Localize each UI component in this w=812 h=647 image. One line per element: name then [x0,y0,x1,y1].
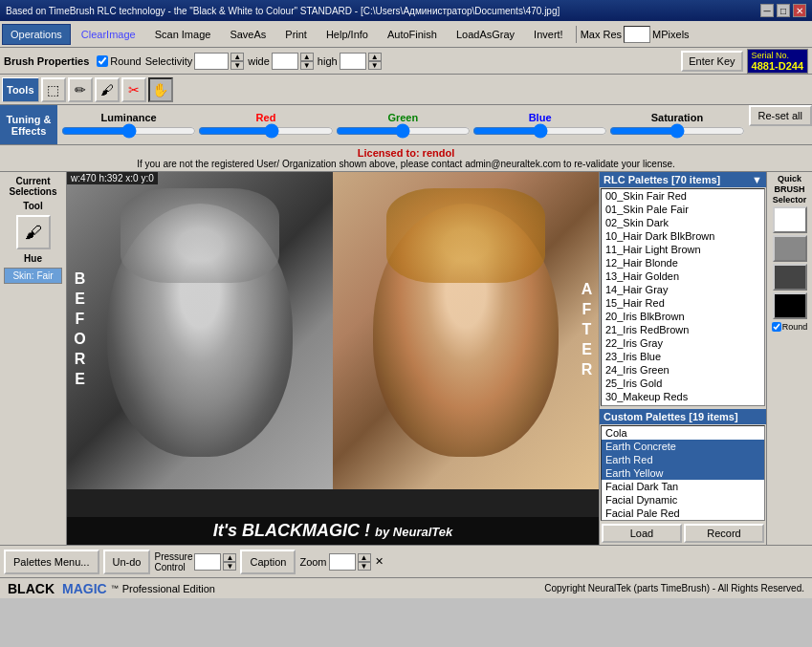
print-button[interactable]: Print [276,24,316,45]
enter-key-button[interactable]: Enter Key [681,51,742,72]
palettes-menu-button[interactable]: Palettes Menu... [4,550,99,574]
rlc-palette-item[interactable]: 24_Iris Green [602,363,764,377]
saturation-label: Saturation [651,112,703,123]
scan-image-button[interactable]: Scan Image [146,24,220,45]
watermark: It's BLACKMAGIC ! by NeuralTek [67,517,599,545]
help-button[interactable]: Help/Info [318,24,377,45]
after-section: AFTER [333,172,599,489]
custom-palette-item[interactable]: Facial Pale Red [602,507,764,520]
brush-swatch-darkgray[interactable] [773,264,807,291]
zoom-close[interactable]: ✕ [375,555,384,568]
tool-select[interactable]: ⬚ [41,77,66,102]
blue-slider[interactable] [472,123,607,139]
titlebar: Based on TimeBrush RLC technology - the … [0,0,812,21]
tool-pencil[interactable]: ✏ [68,77,93,102]
tool-hand[interactable]: ✋ [148,77,173,102]
custom-palette-item[interactable]: Earth Yellow [602,466,764,480]
pressure-spinner: ▲ ▼ [223,553,236,571]
pressure-input[interactable]: 0 [194,553,221,571]
tool-eraser[interactable]: ✂ [121,77,146,102]
custom-palette-item[interactable]: MultiClr Weave1 [602,520,764,521]
wide-up[interactable]: ▲ [300,53,314,61]
brush-swatch-white[interactable] [773,206,807,233]
rlc-palette-item[interactable]: 25_Iris Gold [602,377,764,390]
custom-palette-item[interactable]: Facial Dark Tan [602,480,764,493]
rlc-palette-item[interactable]: 22_Iris Gray [602,336,764,350]
wide-input[interactable]: 20 [272,53,298,70]
green-slider[interactable] [336,123,471,139]
brush-swatch-black[interactable] [773,292,807,319]
rlc-palette-item[interactable]: 10_Hair Dark BlkBrown [602,229,764,243]
selectivity-input[interactable]: 255 [194,53,229,70]
rlc-palette-item[interactable]: 11_Hair Light Brown [602,243,764,256]
canvas-area[interactable]: w:470 h:392 x:0 y:0 BEFORE AFTER It's BL… [67,172,599,545]
saturation-slider-group: Saturation [609,112,744,139]
rlc-palette-item[interactable]: 23_Iris Blue [602,350,764,363]
wide-down[interactable]: ▼ [300,61,314,70]
titlebar-controls: ─ □ ✕ [760,4,806,17]
quick-brush-round-checkbox[interactable] [772,322,781,332]
canvas-main: BEFORE AFTER [67,172,599,489]
wide-spinner: ▲ ▼ [300,53,314,70]
luminance-label: Luminance [101,112,157,123]
round-checkbox[interactable] [97,55,108,67]
invert-button[interactable]: Invert! [525,24,572,45]
custom-palette-item[interactable]: Facial Dynamic [602,493,764,507]
zoom-down[interactable]: ▼ [358,562,371,571]
rlc-palette-item[interactable]: 13_Hair Golden [602,270,764,283]
close-button[interactable]: ✕ [793,4,806,17]
rlc-palette-item[interactable]: 15_Hair Red [602,296,764,310]
round-checkbox-group: Round [97,55,141,67]
custom-palette-item[interactable]: Earth Red [602,453,764,466]
rlc-palette-item[interactable]: 21_Iris RedBrown [602,323,764,336]
rlc-palette-item[interactable]: 02_Skin Dark [602,216,764,229]
pressure-up[interactable]: ▲ [223,553,236,562]
operations-menu[interactable]: Operations [2,24,71,45]
tool-brush[interactable]: 🖌 [95,77,120,102]
clear-image-button[interactable]: ClearImage [73,24,144,45]
saturation-slider[interactable] [609,123,744,139]
high-down[interactable]: ▼ [368,61,382,70]
rlc-palette-item[interactable]: 20_Iris BlkBrown [602,310,764,323]
serial-value: 4881-D244 [752,60,803,72]
after-label: AFTER [578,280,595,380]
load-palette-button[interactable]: Load [602,524,682,543]
high-up[interactable]: ▲ [368,53,382,61]
luminance-slider[interactable] [61,123,196,139]
pressure-down[interactable]: ▼ [223,562,236,571]
license-warning: If you are not the registered User/ Orga… [2,159,810,169]
zoom-up[interactable]: ▲ [358,553,371,562]
current-tool-icon[interactable]: 🖌 [16,215,51,249]
red-label: Red [256,112,276,123]
selectivity-spinner: ▲ ▼ [230,53,244,70]
rlc-palette-item[interactable]: 00_Skin Fair Red [602,189,764,203]
rlc-palette-item[interactable]: 30_Makeup Reds [602,390,764,403]
rlc-palette-item[interactable]: 31_Makeup Greens [602,403,764,406]
caption-button[interactable]: Caption [240,550,296,574]
max-res-input[interactable]: 27 [624,26,650,43]
zoom-input[interactable]: ii [329,553,356,571]
custom-palette-list[interactable]: ColaEarth ConcreteEarth RedEarth YellowF… [601,425,765,521]
custom-palette-item[interactable]: Earth Concrete [602,440,764,453]
auto-finish-button[interactable]: AutoFinish [379,24,446,45]
selectivity-up[interactable]: ▲ [230,53,244,61]
rlc-palette-item[interactable]: 14_Hair Gray [602,283,764,296]
reset-all-button[interactable]: Re-set all [749,105,812,126]
minimize-button[interactable]: ─ [760,4,774,17]
wide-label: wide [248,55,270,67]
high-input[interactable]: 10 [340,53,366,70]
brushbar-title: Brush Properties [4,55,89,67]
maximize-button[interactable]: □ [777,4,790,17]
selectivity-down[interactable]: ▼ [230,61,244,70]
toolsrow: Tools ⬚ ✏ 🖌 ✂ ✋ [0,75,812,105]
undo-button[interactable]: Un-do [103,550,151,574]
brush-swatch-gray[interactable] [773,235,807,262]
record-palette-button[interactable]: Record [684,524,764,543]
custom-palette-item[interactable]: Cola [602,426,764,440]
red-slider[interactable] [198,123,333,139]
rlc-palette-item[interactable]: 01_Skin Pale Fair [602,203,764,216]
rlc-palette-list[interactable]: 00_Skin Fair Red01_Skin Pale Fair02_Skin… [601,188,765,406]
rlc-palette-item[interactable]: 12_Hair Blonde [602,256,764,270]
load-as-gray-button[interactable]: LoadAsGray [448,24,523,45]
save-as-button[interactable]: SaveAs [221,24,274,45]
